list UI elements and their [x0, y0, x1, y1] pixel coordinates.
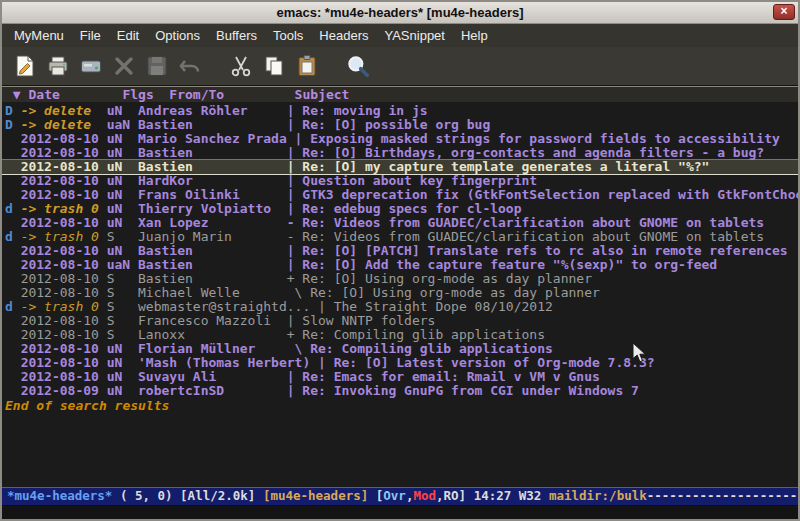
close-button[interactable]: × [773, 4, 795, 20]
cut-button[interactable] [225, 51, 256, 82]
message-date: 2012-08-10 [21, 286, 107, 300]
modeline-segment: RO [444, 488, 459, 503]
message-row[interactable]: 2012-08-10SFrancesco Mazzoli| Slow NNTP … [2, 314, 798, 328]
message-mark [5, 258, 21, 272]
message-mark [5, 188, 21, 202]
message-row[interactable]: 2012-08-10uNBastien| Re: [O] my capture … [2, 160, 798, 174]
message-flags: uN [107, 174, 138, 188]
message-subject: | Re: [O] possible org bug [287, 118, 491, 132]
message-subject: - Re: Videos from GUADEC/clarification a… [287, 216, 764, 230]
message-from: Lanoxx [138, 328, 287, 342]
message-date: 2012-08-10 [21, 160, 107, 174]
message-from: robertcInSD [138, 384, 287, 398]
message-from: 'Mash (Thomas Herbert) [138, 356, 318, 370]
message-row[interactable]: 2012-08-10uNXan Lopez- Re: Videos from G… [2, 216, 798, 230]
mouse-cursor [632, 342, 647, 368]
modeline-segment: 14:27 W32 [474, 488, 549, 503]
message-date: 2012-08-10 [21, 146, 107, 160]
kill-buffer-button[interactable] [108, 51, 139, 82]
message-row[interactable]: 2012-08-10uN'Mash (Thomas Herbert)| Re: … [2, 356, 798, 370]
message-subject: | Re: [O] Birthdays, org-contacts and ag… [287, 146, 764, 160]
message-mark-label: -> trash 0 [21, 230, 107, 244]
modeline-segment: [mu4e-headers] [263, 488, 368, 503]
message-row[interactable]: 2012-08-10SLanoxx+ Re: Compiling glib ap… [2, 328, 798, 342]
message-row[interactable]: d-> trash 0SJuanjo Marin- Re: Videos fro… [2, 230, 798, 244]
message-row[interactable]: d-> trash 0Swebmaster@straightd...| The … [2, 300, 798, 314]
message-row[interactable]: 2012-08-10uNSuvayu Ali| Re: Emacs for em… [2, 370, 798, 384]
message-date: 2012-08-10 [21, 342, 107, 356]
menu-mymenu[interactable]: MyMenu [6, 26, 72, 45]
message-date: 2012-08-10 [21, 328, 107, 342]
message-flags: uN [107, 104, 138, 118]
menu-yasnippet[interactable]: YASnippet [376, 26, 452, 45]
undo-button[interactable] [174, 51, 205, 82]
save-as-button[interactable] [141, 51, 172, 82]
message-row[interactable]: D-> deleteuaNBastien| Re: [O] possible o… [2, 118, 798, 132]
message-flags: uaN [107, 118, 138, 132]
message-list: D-> deleteuNAndreas Röhler| Re: moving i… [2, 104, 798, 398]
print-icon [46, 54, 70, 78]
message-mark [5, 356, 21, 370]
new-file-button[interactable] [9, 51, 40, 82]
message-row[interactable]: 2012-08-10uNMario Sanchez Prada| Exposin… [2, 132, 798, 146]
modeline-segment: , [436, 488, 444, 503]
message-mark: d [5, 202, 21, 216]
message-mark [5, 244, 21, 258]
message-from: Bastien [138, 118, 287, 132]
message-flags: uN [107, 370, 138, 384]
message-row[interactable]: 2012-08-10uNBastien| Re: [O] Birthdays, … [2, 146, 798, 160]
message-from: Francesco Mazzoli [138, 314, 287, 328]
message-from: HardKor [138, 174, 287, 188]
message-row[interactable]: d-> trash 0uNThierry Volpiatto| Re: edeb… [2, 202, 798, 216]
echo-area[interactable] [2, 506, 798, 519]
message-from: Michael Welle [138, 286, 287, 300]
menu-options[interactable]: Options [147, 26, 208, 45]
paste-icon [295, 54, 319, 78]
menu-edit[interactable]: Edit [109, 26, 147, 45]
menu-help[interactable]: Help [453, 26, 496, 45]
search-icon [345, 53, 371, 79]
message-date: 2012-08-09 [21, 384, 107, 398]
menu-tools[interactable]: Tools [265, 26, 311, 45]
message-flags: S [107, 272, 138, 286]
message-row[interactable]: 2012-08-10SMichael Welle \ Re: [O] Using… [2, 286, 798, 300]
paste-button[interactable] [291, 51, 322, 82]
message-subject: | The Straight Dope 08/10/2012 [318, 300, 553, 314]
header-line: ▼ Date Flgs From/To Subject [2, 86, 798, 102]
modeline-segment: Ovr [383, 488, 406, 503]
message-flags: uN [107, 384, 138, 398]
search-button[interactable] [342, 51, 373, 82]
menu-headers[interactable]: Headers [311, 26, 376, 45]
message-subject: + Re: Compiling glib applications [287, 328, 545, 342]
message-from: webmaster@straightd... [138, 300, 318, 314]
message-row[interactable]: 2012-08-10uNFlorian Müllner \ Re: Compil… [2, 342, 798, 356]
message-row[interactable]: 2012-08-10uaNBastien| Re: [O] Add the ca… [2, 258, 798, 272]
menu-file[interactable]: File [72, 26, 109, 45]
message-from: Bastien [138, 244, 287, 258]
message-row[interactable]: 2012-08-10uNFrans Oilinki| GTK3 deprecat… [2, 188, 798, 202]
save-button[interactable] [75, 51, 106, 82]
message-row[interactable]: 2012-08-10uNBastien| Re: [O] [PATCH] Tra… [2, 244, 798, 258]
message-flags: uN [107, 356, 138, 370]
message-row[interactable]: 2012-08-10uNHardKor| Question about key … [2, 174, 798, 188]
modeline-segment: *mu4e-headers* [7, 488, 112, 503]
message-mark: D [5, 104, 21, 118]
message-mark [5, 314, 21, 328]
toolbar [2, 47, 798, 86]
print-button[interactable] [42, 51, 73, 82]
message-flags: uN [107, 132, 138, 146]
message-from: Thierry Volpiatto [138, 202, 287, 216]
message-flags: S [107, 286, 138, 300]
copy-button[interactable] [258, 51, 289, 82]
end-of-results: End of search results [2, 398, 798, 413]
message-row[interactable]: 2012-08-09uNrobertcInSD| Re: Invoking Gn… [2, 384, 798, 398]
message-subject: | Re: Emacs for email: Rmail v VM v Gnus [287, 370, 600, 384]
modeline-segment: Mod [413, 488, 436, 503]
message-row[interactable]: D-> deleteuNAndreas Röhler| Re: moving i… [2, 104, 798, 118]
message-row[interactable]: 2012-08-10SBastien+ Re: [O] Using org-mo… [2, 272, 798, 286]
message-mark [5, 384, 21, 398]
message-subject: | Question about key fingerprint [287, 174, 537, 188]
menu-buffers[interactable]: Buffers [208, 26, 265, 45]
message-mark [5, 174, 21, 188]
message-flags: uN [107, 216, 138, 230]
